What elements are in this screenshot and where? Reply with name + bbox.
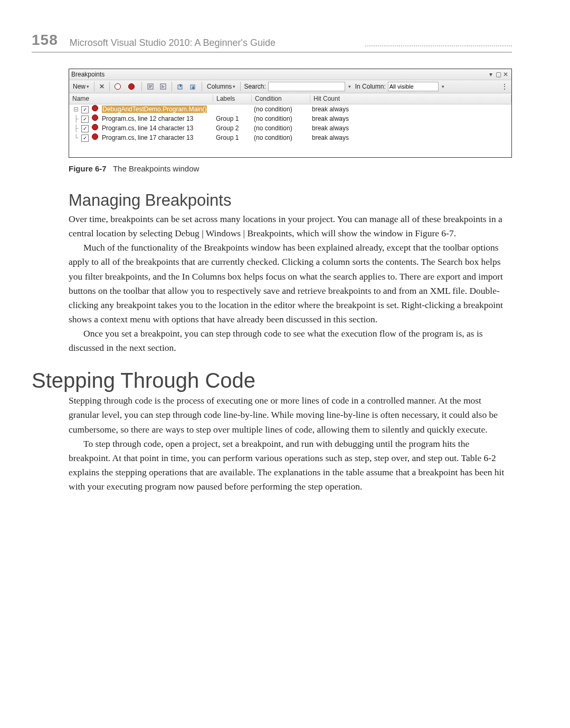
- row-condition: (no condition): [251, 115, 309, 122]
- delete-all-icon[interactable]: [127, 81, 138, 92]
- row-labels: Group 2: [213, 124, 251, 132]
- columns-button[interactable]: Columns ▾: [205, 81, 237, 92]
- row-name: Program.cs, line 12 character 13: [102, 115, 193, 122]
- row-name: Program.cs, line 17 character 13: [102, 134, 193, 141]
- body-paragraph: Over time, breakpoints can be set across…: [69, 212, 512, 241]
- table-row[interactable]: └ ✓ Program.cs, line 17 character 13 Gro…: [69, 133, 511, 142]
- toolbar-separator: [141, 82, 142, 91]
- breakpoints-window: Breakpoints ▾ ▢ ✕ New ▾ ✕: [69, 69, 512, 158]
- body-paragraph: Much of the functionality of the Breakpo…: [69, 241, 512, 327]
- overflow-icon[interactable]: ⋮: [500, 81, 509, 92]
- goto-source-icon[interactable]: [145, 81, 156, 92]
- heading-stepping-through-code: Stepping Through Code: [32, 369, 512, 392]
- row-hitcount: break always: [309, 124, 511, 132]
- window-titlebar: Breakpoints ▾ ▢ ✕: [69, 69, 511, 80]
- header-dots: [365, 45, 512, 46]
- heading-managing-breakpoints: Managing Breakpoints: [69, 191, 512, 210]
- chevron-down-icon: ▾: [87, 84, 89, 89]
- row-condition: (no condition): [251, 106, 309, 113]
- breakpoint-icon: [92, 114, 98, 121]
- row-condition: (no condition): [251, 134, 309, 141]
- running-head: 158 Microsoft Visual Studio 2010: A Begi…: [32, 32, 512, 53]
- maximize-icon[interactable]: ▢: [495, 71, 502, 78]
- breakpoint-icon: [92, 105, 98, 111]
- close-icon[interactable]: ✕: [502, 71, 509, 78]
- tree-connector: └: [72, 134, 80, 141]
- figure-caption: Figure 6-7 The Breakpoints window: [69, 164, 512, 173]
- breakpoint-icon: [92, 133, 98, 140]
- body-paragraph: To step through code, open a project, se…: [69, 437, 512, 494]
- row-name: DebugAndTestDemo.Program.Main(): [102, 106, 207, 113]
- goto-disasm-icon[interactable]: [158, 81, 168, 92]
- grid-header: Name Labels Condition Hit Count: [69, 93, 511, 104]
- table-row[interactable]: ├ ✓ Program.cs, line 14 character 13 Gro…: [69, 123, 511, 133]
- row-labels: Group 1: [213, 115, 251, 122]
- col-name[interactable]: Name: [69, 95, 213, 102]
- page-number: 158: [32, 32, 58, 49]
- window-menu-icon[interactable]: ▾: [487, 71, 495, 78]
- tree-connector: ├: [72, 115, 80, 122]
- body-paragraph: Once you set a breakpoint, you can step …: [69, 327, 512, 355]
- checkbox-icon[interactable]: ✓: [81, 135, 89, 142]
- toolbar-separator: [202, 82, 202, 91]
- breakpoint-icon: [92, 124, 98, 130]
- search-label: Search:: [244, 83, 265, 90]
- checkbox-icon[interactable]: ✓: [81, 106, 89, 113]
- toolbar-separator: [172, 82, 172, 91]
- figure-label: Figure 6-7: [69, 164, 107, 173]
- row-condition: (no condition): [251, 124, 309, 132]
- new-button[interactable]: New ▾: [71, 81, 91, 92]
- import-icon[interactable]: [188, 81, 198, 92]
- body-paragraph: Stepping through code is the process of …: [69, 394, 512, 436]
- chevron-down-icon[interactable]: ▾: [442, 84, 444, 89]
- window-title: Breakpoints: [71, 71, 487, 78]
- checkbox-icon[interactable]: ✓: [81, 116, 89, 123]
- toggle-all-icon[interactable]: [113, 81, 125, 92]
- in-column-label: In Column:: [355, 83, 386, 90]
- col-labels[interactable]: Labels: [213, 95, 252, 102]
- figure-text: The Breakpoints window: [113, 164, 199, 173]
- table-row[interactable]: ├ ✓ Program.cs, line 12 character 13 Gro…: [69, 114, 511, 123]
- row-hitcount: break always: [309, 106, 511, 113]
- in-column-select[interactable]: [388, 82, 439, 91]
- toolbar-separator: [109, 82, 110, 91]
- col-condition[interactable]: Condition: [252, 95, 310, 102]
- book-title: Microsoft Visual Studio 2010: A Beginner…: [70, 37, 359, 49]
- export-icon[interactable]: [175, 81, 186, 92]
- columns-label: Columns: [207, 83, 232, 90]
- toolbar-separator: [240, 82, 241, 91]
- tree-connector: ⊟: [72, 106, 80, 113]
- toolbar: New ▾ ✕ Columns ▾ S: [69, 80, 511, 93]
- row-labels: Group 1: [213, 134, 251, 141]
- col-hitcount[interactable]: Hit Count: [310, 95, 511, 102]
- row-hitcount: break always: [309, 115, 511, 122]
- chevron-down-icon: ▾: [233, 84, 235, 89]
- row-hitcount: break always: [309, 134, 511, 141]
- toolbar-separator: [94, 82, 94, 91]
- table-row[interactable]: ⊟ ✓ DebugAndTestDemo.Program.Main() (no …: [69, 104, 511, 114]
- chevron-down-icon[interactable]: ▾: [348, 84, 351, 89]
- new-label: New: [73, 83, 86, 90]
- grid-body: ⊟ ✓ DebugAndTestDemo.Program.Main() (no …: [69, 104, 511, 157]
- tree-connector: ├: [72, 124, 80, 132]
- delete-icon[interactable]: ✕: [98, 81, 106, 92]
- search-input[interactable]: [268, 82, 345, 91]
- row-name: Program.cs, line 14 character 13: [102, 124, 193, 132]
- checkbox-icon[interactable]: ✓: [81, 125, 89, 132]
